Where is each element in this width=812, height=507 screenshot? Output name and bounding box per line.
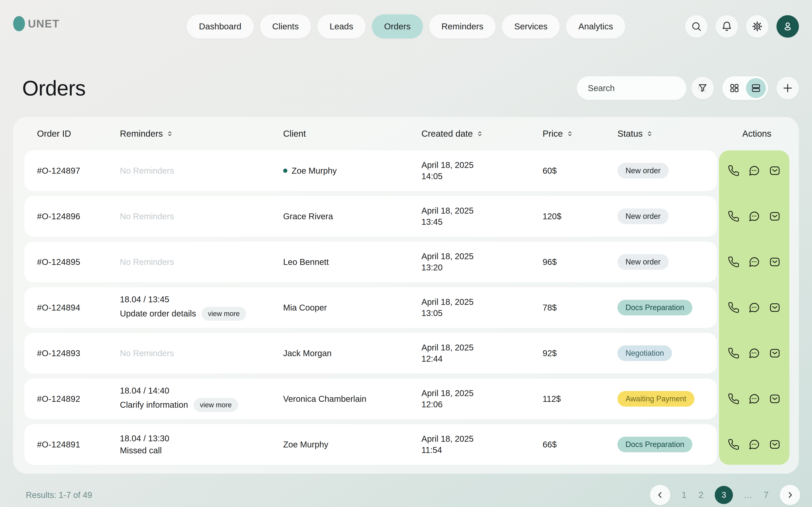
nav-item-orders[interactable]: Orders — [372, 14, 423, 39]
page-number-7[interactable]: 7 — [763, 490, 769, 500]
email-client-button[interactable] — [769, 210, 781, 222]
table-header: Order IDRemindersClientCreated datePrice… — [24, 117, 790, 151]
status-badge: Docs Preparation — [617, 300, 692, 316]
client-name: Mia Cooper — [283, 303, 327, 313]
column-header-reminders[interactable]: Reminders — [120, 129, 283, 139]
next-page-button[interactable] — [780, 485, 800, 505]
message-client-button[interactable] — [748, 256, 760, 268]
email-client-button[interactable] — [769, 301, 781, 314]
email-client-button[interactable] — [769, 165, 781, 177]
nav-item-analytics[interactable]: Analytics — [566, 14, 625, 39]
status-cell: Awaiting Payment — [617, 391, 717, 407]
client-name: Jack Morgan — [283, 349, 332, 358]
reminders-cell: 18.04 / 13:30Missed call — [120, 434, 283, 455]
page-number-2[interactable]: 2 — [698, 490, 704, 500]
created-date-cell: April 18, 202513:45 — [421, 205, 543, 228]
call-client-button[interactable] — [728, 347, 740, 359]
nav-item-dashboard[interactable]: Dashboard — [187, 14, 254, 39]
view-more-button[interactable]: view more — [194, 398, 238, 412]
page-header: Orders — [22, 74, 799, 102]
status-badge: New order — [617, 254, 669, 270]
reminder-text: Clarify information — [120, 400, 188, 410]
client-cell: Zoe Murphy — [283, 440, 421, 449]
list-view-button[interactable] — [746, 78, 766, 98]
reminder-datetime: 18.04 / 14:40 — [120, 386, 283, 395]
sort-icon[interactable] — [566, 130, 573, 137]
row-actions — [719, 196, 790, 237]
call-client-button[interactable] — [728, 439, 740, 450]
column-header-status[interactable]: Status — [617, 129, 724, 139]
price-cell: 92$ — [543, 349, 617, 358]
notifications-button[interactable] — [716, 15, 738, 38]
email-client-button[interactable] — [769, 393, 781, 405]
nav-item-reminders[interactable]: Reminders — [429, 14, 496, 39]
previous-page-button[interactable] — [650, 485, 670, 505]
message-client-button[interactable] — [748, 165, 760, 177]
no-reminders-label: No Reminders — [120, 349, 174, 358]
reminders-cell: No Reminders — [120, 166, 283, 176]
client-name: Leo Bennett — [283, 257, 329, 267]
sort-icon[interactable] — [646, 130, 653, 137]
message-client-button[interactable] — [748, 438, 760, 451]
created-date: April 18, 2025 — [421, 160, 543, 171]
settings-button[interactable] — [746, 15, 768, 38]
filter-button[interactable] — [692, 77, 714, 99]
client-name: Grace Rivera — [283, 212, 333, 221]
search-button[interactable] — [685, 15, 708, 38]
reminders-cell: No Reminders — [120, 257, 283, 267]
grid-view-button[interactable] — [724, 78, 744, 98]
column-label: Status — [617, 129, 643, 139]
client-name: Veronica Chamberlain — [283, 394, 366, 404]
search-input[interactable] — [588, 83, 697, 93]
created-date: April 18, 2025 — [421, 296, 543, 307]
call-client-button[interactable] — [728, 256, 740, 268]
call-client-button[interactable] — [728, 165, 740, 177]
created-date: April 18, 2025 — [421, 388, 543, 399]
sort-icon[interactable] — [166, 130, 173, 137]
nav-item-clients[interactable]: Clients — [260, 14, 311, 39]
table-row: #O-124893 No Reminders Jack Morgan April… — [24, 333, 790, 374]
created-time: 14:05 — [421, 171, 543, 182]
page-number-3[interactable]: 3 — [715, 486, 733, 504]
nav-item-leads[interactable]: Leads — [317, 14, 366, 39]
column-header-order-id: Order ID — [37, 129, 120, 139]
created-date-cell: April 18, 202511:54 — [421, 433, 543, 456]
reminder-datetime: 18.04 / 13:45 — [120, 295, 283, 304]
column-header-actions: Actions — [724, 129, 790, 139]
created-date-cell: April 18, 202513:05 — [421, 296, 543, 319]
email-client-button[interactable] — [769, 256, 781, 268]
price-cell: 60$ — [543, 166, 617, 176]
search-box — [577, 76, 687, 100]
profile-avatar[interactable] — [776, 15, 799, 38]
message-client-button[interactable] — [748, 301, 760, 314]
add-order-button[interactable] — [776, 77, 799, 99]
column-header-client: Client — [283, 129, 421, 139]
table-row: #O-124897 No Reminders Zoe Murphy April … — [24, 151, 790, 191]
email-client-button[interactable] — [769, 438, 781, 451]
call-client-button[interactable] — [728, 210, 740, 222]
column-header-created-date[interactable]: Created date — [421, 129, 543, 139]
email-client-button[interactable] — [769, 347, 781, 359]
price-cell: 96$ — [543, 257, 617, 267]
message-client-button[interactable] — [748, 393, 760, 405]
order-id: #O-124893 — [37, 349, 120, 358]
reminder-datetime: 18.04 / 13:30 — [120, 434, 283, 443]
brand-logo[interactable]: UNET — [13, 16, 60, 31]
client-cell: Zoe Murphy — [283, 166, 421, 176]
view-more-button[interactable]: view more — [202, 307, 246, 321]
column-label: Order ID — [37, 129, 71, 139]
toolbar — [577, 76, 799, 100]
created-time: 13:45 — [421, 216, 543, 228]
column-label: Actions — [742, 129, 771, 139]
call-client-button[interactable] — [728, 302, 740, 314]
message-client-button[interactable] — [748, 347, 760, 359]
created-time: 13:05 — [421, 307, 543, 319]
top-icons — [685, 15, 799, 38]
nav-item-services[interactable]: Services — [502, 14, 560, 39]
page-number-1[interactable]: 1 — [681, 490, 687, 500]
created-date-cell: April 18, 202514:05 — [421, 160, 543, 182]
column-header-price[interactable]: Price — [543, 129, 617, 139]
sort-icon[interactable] — [476, 130, 484, 137]
call-client-button[interactable] — [728, 393, 740, 405]
message-client-button[interactable] — [748, 210, 760, 222]
